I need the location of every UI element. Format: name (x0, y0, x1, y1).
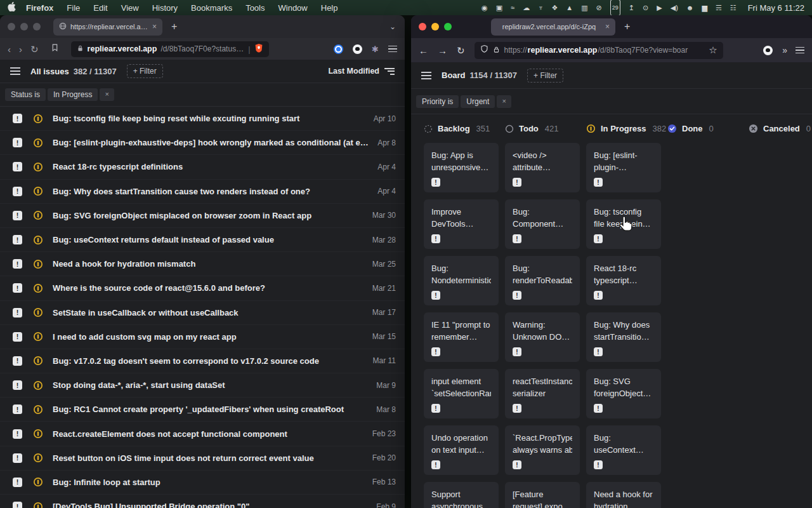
user-account-icon[interactable]: ☻ (686, 0, 694, 15)
board-card[interactable]: input element`setSelectionRange`! (424, 369, 499, 418)
issue-row[interactable]: !Bug: RC1 Cannot create property '_updat… (0, 398, 405, 422)
menu-item-file[interactable]: File (67, 3, 80, 13)
tracking-shield-icon[interactable] (480, 44, 488, 56)
issue-row[interactable]: !React 18-rc typescript definitionsApr 4 (0, 155, 405, 179)
sort-label[interactable]: Last Modified (328, 67, 379, 76)
shortcuts-icon[interactable]: ≈ (511, 0, 514, 15)
urgent-priority-icon[interactable]: ! (13, 404, 22, 414)
board-card[interactable]: ImproveDevTools…! (424, 199, 499, 249)
reload-button[interactable]: ↻ (30, 44, 39, 54)
urgent-priority-icon[interactable]: ! (13, 259, 22, 269)
sort-icon[interactable] (384, 68, 395, 75)
in-progress-status-icon[interactable] (33, 283, 43, 293)
in-progress-status-icon[interactable] (33, 356, 43, 366)
board-card[interactable]: Bug: [eslint-plugin-…! (586, 143, 661, 192)
issue-row[interactable]: !Bug: tsconfig file keep being reset whi… (0, 107, 405, 131)
issue-row[interactable]: !Stop doing data-*, aria-*, start using … (0, 373, 405, 398)
brave-shield-icon[interactable] (254, 43, 263, 55)
issue-row[interactable]: !Bug: Why does startTransition cause two… (0, 180, 405, 204)
close-window-button[interactable] (8, 23, 15, 30)
back-button[interactable]: ‹ (8, 44, 11, 54)
board-card[interactable]: Undo operationon text input…! (424, 425, 499, 475)
urgent-priority-icon[interactable]: ! (13, 502, 22, 508)
new-tab-button[interactable]: + (171, 21, 177, 32)
close-window-button[interactable] (419, 23, 426, 30)
browser-tab[interactable]: https://repliear.vercel.app/d/8b × (53, 18, 162, 36)
reload-button[interactable]: ↻ (457, 46, 465, 55)
extensions-icon[interactable]: ✱ (372, 44, 379, 54)
board-card[interactable]: Bug:Component…! (505, 199, 580, 249)
screen-record-icon[interactable]: ◉ (481, 0, 488, 15)
in-progress-status-icon[interactable] (33, 138, 43, 148)
urgent-priority-icon[interactable]: ! (13, 283, 22, 293)
urgent-priority-icon[interactable]: ! (594, 291, 603, 300)
menu-item-view[interactable]: View (121, 3, 139, 13)
forward-button[interactable]: › (19, 44, 22, 54)
urgent-priority-icon[interactable]: ! (13, 308, 22, 318)
battery-icon[interactable]: ▆ (702, 0, 707, 15)
urgent-priority-icon[interactable]: ! (431, 460, 440, 469)
filter-value[interactable]: In Progress (48, 88, 98, 101)
in-progress-status-icon[interactable] (33, 502, 43, 508)
in-progress-status-icon[interactable] (33, 331, 43, 342)
wifi-icon[interactable]: ☴ (716, 0, 722, 15)
github-extension-icon[interactable] (763, 46, 773, 55)
back-button[interactable]: ← (419, 46, 428, 55)
in-progress-status-icon[interactable] (33, 404, 43, 415)
filter-field[interactable]: Status is (5, 88, 46, 101)
issue-row[interactable]: ![DevTools Bug] Unsupported Bridge opera… (0, 495, 405, 508)
board-card[interactable]: Bug: SVGforeignObject…! (586, 369, 661, 418)
play-icon[interactable]: ▶ (657, 0, 662, 15)
board-card[interactable]: IE 11 "prompt toremember…! (424, 312, 499, 362)
board-card[interactable]: Bug:Nondeterministic! (424, 256, 499, 305)
urgent-priority-icon[interactable]: ! (13, 138, 22, 147)
in-progress-status-icon[interactable] (33, 235, 43, 245)
window-layout-icon[interactable]: ▥ (581, 0, 587, 15)
menu-item-help[interactable]: Help (321, 3, 338, 13)
urgent-priority-icon[interactable]: ! (13, 380, 22, 390)
sidebar-menu-icon[interactable] (10, 67, 20, 75)
menu-item-window[interactable]: Window (278, 3, 308, 13)
dropbox-icon[interactable]: ❖ (551, 0, 558, 15)
overflow-menu-icon[interactable]: » (782, 45, 786, 55)
left-traffic-lights[interactable] (8, 23, 41, 30)
minimize-window-button[interactable] (431, 23, 439, 30)
urgent-priority-icon[interactable]: ! (431, 347, 440, 356)
icloud-icon[interactable]: ☁ (523, 0, 530, 15)
board-card[interactable]: Bug: tsconfigfile keep bein…! (586, 199, 661, 249)
browser-tab[interactable]: replidraw2.vercel.app/d/c-iZpq × (491, 18, 615, 36)
chip-remove-icon[interactable]: × (100, 88, 114, 101)
menu-item-history[interactable]: History (152, 3, 178, 13)
urgent-priority-icon[interactable]: ! (594, 460, 603, 469)
forward-button[interactable]: → (438, 46, 447, 55)
board-card[interactable]: <video />attribute…! (505, 143, 580, 192)
urgent-priority-icon[interactable]: ! (513, 234, 521, 243)
menubar-clock[interactable]: Fri May 6 11:22 (748, 3, 804, 13)
docker-icon[interactable]: ♆ (538, 0, 543, 15)
tab-overflow-chevron-icon[interactable]: ⌄ (390, 22, 396, 31)
issue-row[interactable]: !Bug: v17.0.2 tag doesn't seem to corres… (0, 349, 405, 373)
add-filter-button[interactable]: + Filter (527, 69, 563, 83)
sidebar-menu-icon[interactable] (421, 72, 431, 79)
apple-logo-icon[interactable] (8, 2, 16, 13)
new-tab-button[interactable]: + (624, 21, 630, 32)
urgent-priority-icon[interactable]: ! (513, 404, 521, 413)
volume-icon[interactable]: ◀) (671, 0, 678, 15)
issue-row[interactable]: !Where is the source code of react@15.6.… (0, 276, 405, 300)
in-progress-status-icon[interactable] (33, 114, 43, 124)
urgent-priority-icon[interactable]: ! (594, 404, 603, 413)
board-card[interactable]: Bug:useContext…! (586, 425, 661, 475)
browser-menu-icon[interactable] (796, 47, 804, 54)
urgent-priority-icon[interactable]: ! (13, 211, 22, 220)
urgent-priority-icon[interactable]: ! (513, 291, 521, 300)
right-traffic-lights[interactable] (419, 23, 452, 30)
in-progress-status-icon[interactable] (33, 210, 43, 220)
zoom-window-button[interactable] (444, 23, 452, 30)
browser-menu-icon[interactable] (388, 46, 397, 53)
urgent-priority-icon[interactable]: ! (431, 234, 440, 243)
issue-row[interactable]: !Bug: [eslint-plugin-exhaustive-deps] ho… (0, 131, 405, 155)
urgent-priority-icon[interactable]: ! (431, 404, 440, 413)
issue-row[interactable]: !Need a hook for hydration mismatchMar 2… (0, 252, 405, 276)
camera-icon[interactable]: ▣ (496, 0, 502, 15)
in-progress-status-icon[interactable] (33, 186, 43, 196)
